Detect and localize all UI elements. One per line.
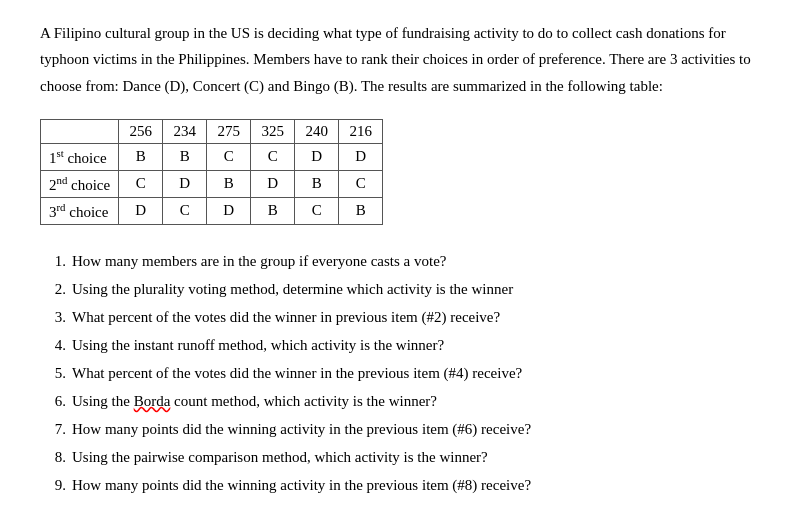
r3c1: D <box>119 197 163 224</box>
col-325: 325 <box>251 119 295 143</box>
q1-num: 1. <box>40 249 66 273</box>
col-240: 240 <box>295 119 339 143</box>
q3-num: 3. <box>40 305 66 329</box>
q4-text: Using the instant runoff method, which a… <box>72 333 444 357</box>
r1c6: D <box>339 143 383 170</box>
third-choice-label: 3rd choice <box>41 197 119 224</box>
r1c2: B <box>163 143 207 170</box>
first-choice-label: 1st choice <box>41 143 119 170</box>
r3c4: B <box>251 197 295 224</box>
r2c6: C <box>339 170 383 197</box>
empty-header <box>41 119 119 143</box>
q7-num: 7. <box>40 417 66 441</box>
second-choice-label: 2nd choice <box>41 170 119 197</box>
r1c5: D <box>295 143 339 170</box>
q4-num: 4. <box>40 333 66 357</box>
r2c1: C <box>119 170 163 197</box>
r1c3: C <box>207 143 251 170</box>
r2c5: B <box>295 170 339 197</box>
question-9: 9. How many points did the winning activ… <box>40 473 754 497</box>
question-5: 5. What percent of the votes did the win… <box>40 361 754 385</box>
col-216: 216 <box>339 119 383 143</box>
questions-list: 1. How many members are in the group if … <box>40 249 754 497</box>
r3c2: C <box>163 197 207 224</box>
q8-text: Using the pairwise comparison method, wh… <box>72 445 488 469</box>
concert-text: Concert <box>193 78 240 94</box>
q3-text: What percent of the votes did the winner… <box>72 305 500 329</box>
q2-num: 2. <box>40 277 66 301</box>
r3c5: C <box>295 197 339 224</box>
question-3: 3. What percent of the votes did the win… <box>40 305 754 329</box>
question-2: 2. Using the plurality voting method, de… <box>40 277 754 301</box>
question-7: 7. How many points did the winning activ… <box>40 417 754 441</box>
table-header-row: 256 234 275 325 240 216 <box>41 119 383 143</box>
col-256: 256 <box>119 119 163 143</box>
col-234: 234 <box>163 119 207 143</box>
r2c4: D <box>251 170 295 197</box>
table-row-third: 3rd choice D C D B C B <box>41 197 383 224</box>
voting-table-container: 256 234 275 325 240 216 1st choice B B C… <box>40 119 754 225</box>
q2-text: Using the plurality voting method, deter… <box>72 277 513 301</box>
q5-text: What percent of the votes did the winner… <box>72 361 522 385</box>
r1c1: B <box>119 143 163 170</box>
q6-text: Using the Borda count method, which acti… <box>72 389 437 413</box>
r1c4: C <box>251 143 295 170</box>
q8-num: 8. <box>40 445 66 469</box>
and-text: and <box>268 78 290 94</box>
table-row-first: 1st choice B B C C D D <box>41 143 383 170</box>
q7-text: How many points did the winning activity… <box>72 417 531 441</box>
r3c3: D <box>207 197 251 224</box>
q9-text: How many points did the winning activity… <box>72 473 531 497</box>
table-row-second: 2nd choice C D B D B C <box>41 170 383 197</box>
r2c2: D <box>163 170 207 197</box>
q5-num: 5. <box>40 361 66 385</box>
intro-paragraph: A Filipino cultural group in the US is d… <box>40 20 754 99</box>
r2c3: B <box>207 170 251 197</box>
q9-num: 9. <box>40 473 66 497</box>
question-1: 1. How many members are in the group if … <box>40 249 754 273</box>
col-275: 275 <box>207 119 251 143</box>
voting-table: 256 234 275 325 240 216 1st choice B B C… <box>40 119 383 225</box>
r3c6: B <box>339 197 383 224</box>
question-6: 6. Using the Borda count method, which a… <box>40 389 754 413</box>
q6-num: 6. <box>40 389 66 413</box>
borda-word: Borda <box>134 393 171 409</box>
question-4: 4. Using the instant runoff method, whic… <box>40 333 754 357</box>
q1-text: How many members are in the group if eve… <box>72 249 446 273</box>
question-8: 8. Using the pairwise comparison method,… <box>40 445 754 469</box>
